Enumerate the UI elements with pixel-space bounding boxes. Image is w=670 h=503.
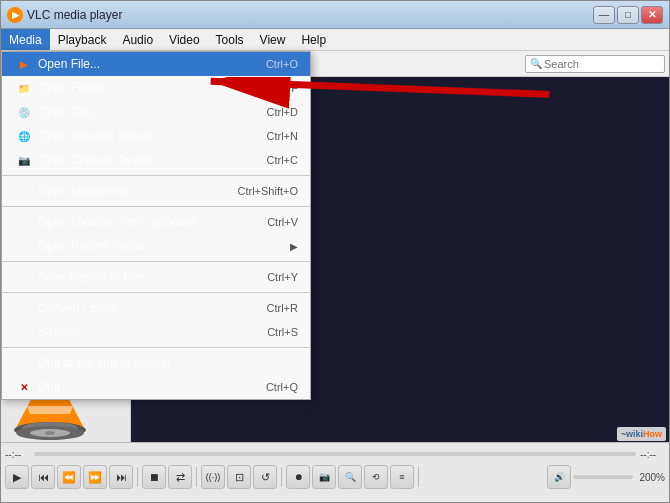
quit-label: Quit (38, 380, 246, 394)
progress-bar[interactable] (34, 452, 636, 456)
maximize-button[interactable]: □ (617, 6, 639, 24)
menu-media[interactable]: Media ▶ Open File... Ctrl+O 📁 Open Folde… (1, 29, 50, 50)
open-disc-icon: 💿 (14, 104, 34, 120)
next-button[interactable]: ⏭ (109, 465, 133, 489)
open-folder-icon: 📁 (14, 80, 34, 96)
zoom-label: 200% (639, 472, 665, 483)
save-playlist-shortcut: Ctrl+Y (267, 271, 298, 283)
open-disc-shortcut: Ctrl+D (267, 106, 298, 118)
search-icon: 🔍 (530, 58, 542, 69)
open-file-icon: ▶ (14, 56, 34, 72)
minimize-button[interactable]: — (593, 6, 615, 24)
menu-help[interactable]: Help (293, 29, 334, 50)
window-title: VLC media player (27, 8, 593, 22)
menu-open-network[interactable]: 🌐 Open Network Stream... Ctrl+N (2, 124, 310, 148)
media-dropdown: ▶ Open File... Ctrl+O 📁 Open Folder... C… (1, 51, 311, 400)
time-total: --:-- (640, 449, 665, 460)
open-advanced-icon (14, 183, 34, 199)
controls-row: ▶ ⏮ ⏪ ⏩ ⏭ ⏹ ⇄ ((·)) ⊡ ↺ ⏺ 📷 🔍 ⟲ ≡ (5, 465, 665, 489)
volume-slider[interactable] (573, 475, 633, 479)
vlc-window: ▶ VLC media player — □ ✕ Media ▶ Open Fi… (0, 0, 670, 503)
quit-end-icon (14, 355, 34, 371)
open-advanced-shortcut: Ctrl+Shift+O (237, 185, 298, 197)
open-capture-label: Open Capture Device... (38, 153, 247, 167)
open-file-label: Open File... (38, 57, 246, 71)
shuffle-button[interactable]: ⇄ (168, 465, 192, 489)
sep2 (2, 206, 310, 207)
menu-tools[interactable]: Tools (208, 29, 252, 50)
sep3 (281, 467, 282, 487)
convert-save-shortcut: Ctrl+R (267, 302, 298, 314)
sync-button[interactable]: ⟲ (364, 465, 388, 489)
app-body: Media ▶ Open File... Ctrl+O 📁 Open Folde… (1, 29, 669, 502)
open-advanced-label: Open (advanced)... (38, 184, 217, 198)
menu-open-file[interactable]: ▶ Open File... Ctrl+O (2, 52, 310, 76)
frame-button[interactable]: ⊡ (227, 465, 251, 489)
stream-label: Stream... (38, 325, 247, 339)
quit-icon: ✕ (14, 379, 34, 395)
menu-open-disc[interactable]: 💿 Open Disc... Ctrl+D (2, 100, 310, 124)
next-step-button[interactable]: ⏩ (83, 465, 107, 489)
record-button[interactable]: ⏺ (286, 465, 310, 489)
teletext-button[interactable]: ((·)) (201, 465, 225, 489)
svg-marker-1 (27, 406, 73, 414)
convert-save-icon (14, 300, 34, 316)
menu-open-folder[interactable]: 📁 Open Folder... Ctrl+F (2, 76, 310, 100)
menu-view[interactable]: View (252, 29, 294, 50)
open-network-shortcut: Ctrl+N (267, 130, 298, 142)
menu-stream[interactable]: Stream... Ctrl+S (2, 320, 310, 344)
menu-open-advanced[interactable]: Open (advanced)... Ctrl+Shift+O (2, 179, 310, 203)
menu-open-location[interactable]: Open Location from clipboard Ctrl+V (2, 210, 310, 234)
open-location-shortcut: Ctrl+V (267, 216, 298, 228)
open-network-icon: 🌐 (14, 128, 34, 144)
close-button[interactable]: ✕ (641, 6, 663, 24)
sep4 (418, 467, 419, 487)
snapshot-button[interactable]: 📷 (312, 465, 336, 489)
save-playlist-icon (14, 269, 34, 285)
open-file-shortcut: Ctrl+O (266, 58, 298, 70)
bottom-bar: --:-- --:-- ▶ ⏮ ⏪ ⏩ ⏭ ⏹ ⇄ ((·)) ⊡ ↺ ⏺ 📷 (1, 442, 669, 502)
menu-save-playlist[interactable]: Save Playlist to File... Ctrl+Y (2, 265, 310, 289)
convert-save-label: Convert / Save... (38, 301, 247, 315)
open-capture-icon: 📷 (14, 152, 34, 168)
quit-shortcut: Ctrl+Q (266, 381, 298, 393)
menu-open-recent[interactable]: Open Recent Media ▶ (2, 234, 310, 258)
open-network-label: Open Network Stream... (38, 129, 247, 143)
prev-button[interactable]: ⏮ (31, 465, 55, 489)
stop-button[interactable]: ⏹ (142, 465, 166, 489)
progress-area: --:-- --:-- (5, 445, 665, 463)
title-bar: ▶ VLC media player — □ ✕ (1, 1, 669, 29)
loop-button[interactable]: ↺ (253, 465, 277, 489)
open-recent-arrow: ▶ (290, 241, 298, 252)
sep (137, 467, 138, 487)
menu-video[interactable]: Video (161, 29, 207, 50)
play-button[interactable]: ▶ (5, 465, 29, 489)
menu-playback[interactable]: Playback (50, 29, 115, 50)
wikihow-badge: ~wikiHow (617, 427, 666, 441)
open-recent-icon (14, 238, 34, 254)
vlc-icon: ▶ (7, 7, 23, 23)
menu-audio[interactable]: Audio (114, 29, 161, 50)
zoom-button[interactable]: 🔍 (338, 465, 362, 489)
search-container: 🔍 (525, 55, 665, 73)
open-disc-label: Open Disc... (38, 105, 247, 119)
sep1 (2, 175, 310, 176)
save-playlist-label: Save Playlist to File... (38, 270, 247, 284)
svg-point-6 (45, 431, 55, 435)
volume-icon[interactable]: 🔊 (547, 465, 571, 489)
open-folder-label: Open Folder... (38, 81, 248, 95)
window-controls: — □ ✕ (593, 6, 663, 24)
eq-button[interactable]: ≡ (390, 465, 414, 489)
open-location-label: Open Location from clipboard (38, 215, 247, 229)
open-capture-shortcut: Ctrl+C (267, 154, 298, 166)
menu-quit[interactable]: ✕ Quit Ctrl+Q (2, 375, 310, 399)
sep5 (2, 347, 310, 348)
menu-quit-end[interactable]: Quit at the end of playlist (2, 351, 310, 375)
stream-shortcut: Ctrl+S (267, 326, 298, 338)
search-input[interactable] (544, 58, 660, 70)
prev-step-button[interactable]: ⏪ (57, 465, 81, 489)
open-folder-shortcut: Ctrl+F (268, 82, 298, 94)
sep3 (2, 261, 310, 262)
menu-open-capture[interactable]: 📷 Open Capture Device... Ctrl+C (2, 148, 310, 172)
menu-convert-save[interactable]: Convert / Save... Ctrl+R (2, 296, 310, 320)
